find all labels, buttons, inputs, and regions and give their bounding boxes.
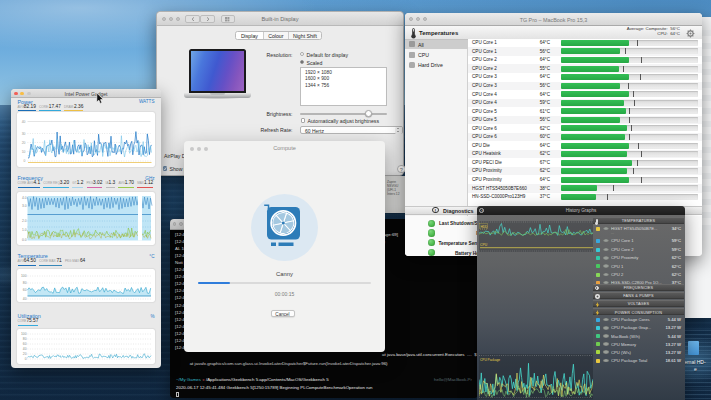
svg-text:0: 0	[24, 159, 26, 163]
svg-text:0: 0	[25, 357, 27, 361]
svg-text:10: 10	[22, 150, 26, 154]
svg-text:100: 100	[21, 274, 27, 278]
svg-text:80: 80	[23, 281, 27, 285]
svg-text:0.0: 0.0	[22, 238, 27, 242]
svg-text:40: 40	[23, 297, 27, 301]
svg-text:100: 100	[21, 332, 27, 336]
svg-text:60: 60	[23, 288, 27, 292]
svg-text:HDD: HDD	[481, 225, 489, 229]
svg-text:40: 40	[23, 347, 27, 351]
svg-text:20: 20	[22, 141, 26, 145]
svg-text:80: 80	[23, 337, 27, 341]
svg-text:1.0: 1.0	[22, 228, 27, 232]
svg-text:20: 20	[23, 352, 27, 356]
svg-text:30: 30	[22, 132, 26, 136]
svg-text:2.0: 2.0	[22, 219, 27, 223]
svg-text:CPU Package: CPU Package	[480, 358, 500, 362]
svg-text:40: 40	[22, 120, 26, 124]
svg-text:4.0: 4.0	[22, 196, 27, 200]
svg-text:CPU: CPU	[480, 243, 488, 247]
svg-text:3.0: 3.0	[22, 204, 27, 208]
svg-text:60: 60	[23, 342, 27, 346]
